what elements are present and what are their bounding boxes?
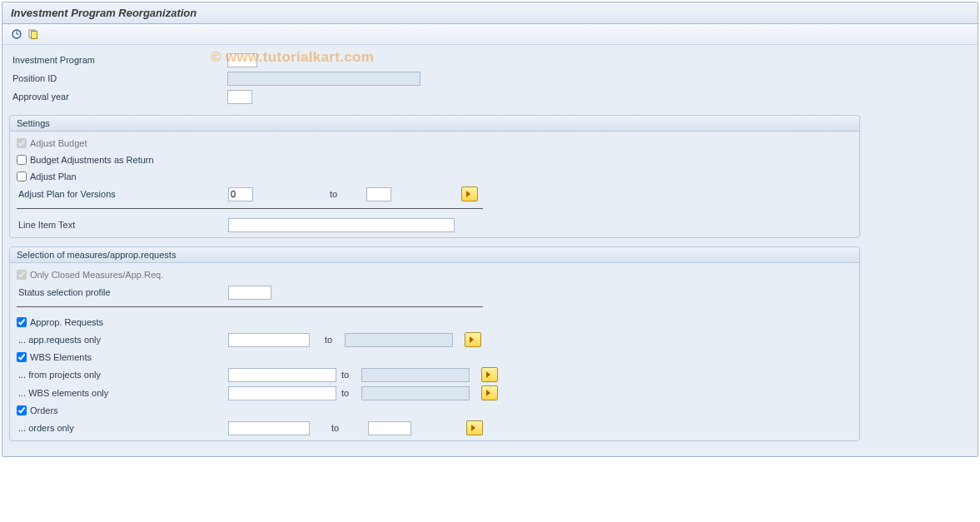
budget-adj-return-label: Budget Adjustments as Return <box>30 155 154 165</box>
adjust-plan-versions-from-input[interactable] <box>228 187 253 201</box>
selection-section: Selection of measures/approp.requests On… <box>9 246 860 441</box>
investment-program-label: Investment Program <box>9 55 227 65</box>
budget-adj-return-checkbox[interactable] <box>17 155 27 165</box>
adjust-plan-versions-to-input[interactable] <box>366 187 391 201</box>
content-area: Investment Program Position ID Approval … <box>2 45 978 456</box>
orders-label: Orders <box>30 405 58 415</box>
divider <box>17 208 483 209</box>
top-fields: Investment Program Position ID Approval … <box>9 52 971 105</box>
adjust-plan-label: Adjust Plan <box>30 172 77 181</box>
only-closed-checkbox <box>17 270 27 280</box>
adjust-plan-checkbox[interactable] <box>17 172 27 181</box>
multi-selection-button[interactable] <box>481 385 498 400</box>
settings-header: Settings <box>10 116 859 132</box>
status-profile-input[interactable] <box>228 286 271 300</box>
app-requests-from-input[interactable] <box>228 333 310 347</box>
to-label: to <box>325 335 340 345</box>
adjust-budget-checkbox <box>17 138 27 148</box>
multi-selection-button[interactable] <box>466 420 483 435</box>
only-closed-label: Only Closed Measures/App.Req. <box>30 270 163 280</box>
settings-section: Settings Adjust Budget Budget Adjustment… <box>9 115 860 238</box>
from-projects-label: ... from projects only <box>15 370 228 380</box>
app-window: Investment Program Reorganization © www.… <box>2 2 978 457</box>
multi-selection-button[interactable] <box>465 332 481 347</box>
approp-requests-label: Approp. Requests <box>30 317 103 327</box>
adjust-plan-versions-label: Adjust Plan for Versions <box>15 189 228 199</box>
to-label: to <box>341 388 356 398</box>
get-variant-icon[interactable] <box>26 27 41 42</box>
orders-only-label: ... orders only <box>15 423 228 433</box>
toolbar: © www.tutorialkart.com <box>2 24 978 45</box>
adjust-budget-label: Adjust Budget <box>30 138 87 148</box>
multi-selection-button[interactable] <box>461 186 478 201</box>
approval-year-input[interactable] <box>227 90 252 104</box>
execute-icon[interactable] <box>9 27 24 42</box>
svg-rect-4 <box>32 32 37 39</box>
orders-only-from-input[interactable] <box>228 421 310 435</box>
selection-header: Selection of measures/approp.requests <box>10 247 859 263</box>
divider <box>17 306 483 307</box>
app-requests-only-label: ... app.requests only <box>15 335 228 345</box>
wbs-only-to-input[interactable] <box>361 386 470 400</box>
from-projects-to-input[interactable] <box>361 368 470 382</box>
multi-selection-button[interactable] <box>481 367 498 382</box>
investment-program-input[interactable] <box>227 53 257 67</box>
status-profile-label: Status selection profile <box>15 287 228 297</box>
wbs-only-label: ... WBS elements only <box>15 388 228 398</box>
page-title: Investment Program Reorganization <box>11 7 969 19</box>
wbs-only-from-input[interactable] <box>228 386 336 400</box>
title-bar: Investment Program Reorganization <box>2 2 978 24</box>
app-requests-to-input[interactable] <box>345 333 453 347</box>
adjust-plan-versions-to-label: to <box>330 189 355 199</box>
orders-checkbox[interactable] <box>17 405 27 415</box>
position-id-input[interactable] <box>227 72 420 86</box>
approp-requests-checkbox[interactable] <box>17 317 27 327</box>
orders-only-to-input[interactable] <box>368 421 411 435</box>
wbs-elements-label: WBS Elements <box>30 352 92 362</box>
line-item-text-input[interactable] <box>228 218 455 232</box>
line-item-text-label: Line Item Text <box>15 220 228 230</box>
wbs-elements-checkbox[interactable] <box>17 352 27 362</box>
position-id-label: Position ID <box>9 73 227 83</box>
to-label: to <box>331 423 356 433</box>
from-projects-from-input[interactable] <box>228 368 336 382</box>
approval-year-label: Approval year <box>9 92 227 102</box>
to-label: to <box>341 370 356 380</box>
